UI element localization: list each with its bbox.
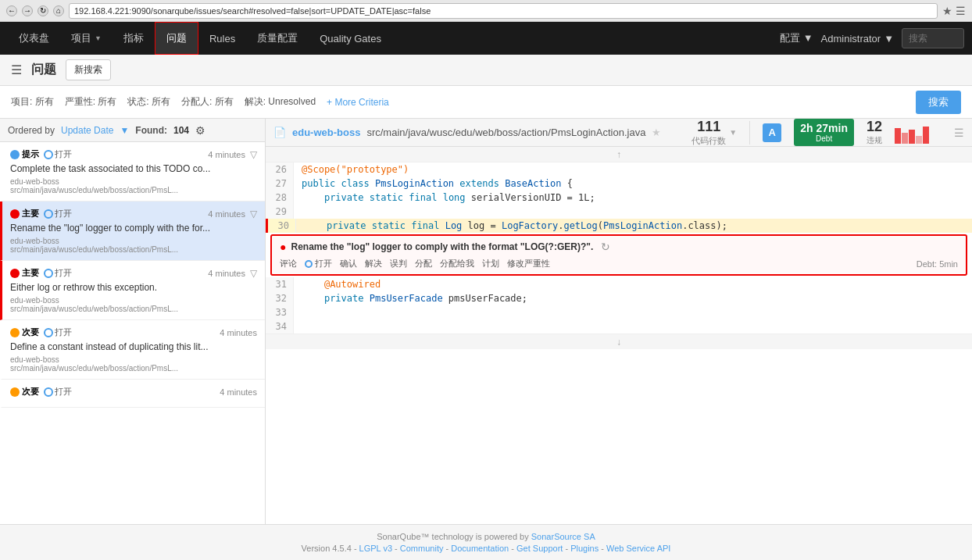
open-circle-icon [44, 150, 53, 159]
code-line-27: 27 public class PmsLoginAction extends B… [266, 177, 972, 191]
nav-config-icon[interactable]: 配置 ▼ [780, 31, 813, 45]
web-service-link[interactable]: Web Service API [606, 544, 670, 553]
project-avatar: A [763, 123, 781, 142]
nav-rules[interactable]: Rules [198, 22, 246, 55]
filter-bar: 项目: 所有 严重性: 所有 状态: 所有 分配人: 所有 解决: Unreso… [0, 86, 972, 119]
filter-severity[interactable]: 严重性: 所有 [65, 95, 117, 109]
severity-badge: 次要 [10, 386, 39, 398]
expand-down-button[interactable]: ↓ [266, 334, 972, 349]
issue-time: 4 minutes [208, 209, 245, 219]
file-header: 📄 edu-web-boss src/main/java/wusc/edu/we… [266, 119, 972, 147]
chart-menu-icon[interactable]: ☰ [954, 127, 964, 139]
nav-metrics[interactable]: 指标 [113, 22, 155, 55]
comment-link[interactable]: 评论 [280, 258, 297, 269]
inline-issue-actions: 评论 打开 确认 解决 误判 分配 分配给我 计划 修改严重性 Debt: 5m… [280, 258, 958, 269]
severity-badge: 次要 [10, 326, 39, 338]
back-button[interactable]: ← [6, 5, 17, 16]
code-line-26: 26 @Scope("prototype") [266, 162, 972, 177]
issue-item[interactable]: 主要 打开 4 minutes ▽ Either log or rethrow … [0, 261, 265, 320]
file-bookmark-icon[interactable]: ★ [652, 127, 661, 138]
bulk-settings-icon[interactable]: ⚙ [195, 124, 205, 137]
community-link[interactable]: Community [400, 544, 444, 553]
line-number: 30 [268, 219, 296, 233]
lines-dropdown-icon[interactable]: ▼ [729, 128, 737, 137]
open-label: 打开 [55, 148, 72, 160]
line-number: 34 [266, 319, 294, 334]
refresh-button[interactable]: ↻ [38, 5, 48, 16]
filter-status[interactable]: 状态: 所有 [127, 95, 170, 109]
issue-item[interactable]: 次要 打开 4 minutes Define a constant instea… [0, 320, 265, 380]
filter-project[interactable]: 项目: 所有 [11, 95, 54, 109]
severity-icon [10, 269, 20, 278]
documentation-link[interactable]: Documentation [451, 544, 509, 553]
severity-icon [10, 328, 20, 337]
nav-admin[interactable]: Administrator ▼ [821, 33, 894, 45]
sort-label[interactable]: Update Date [61, 125, 113, 136]
issue-item[interactable]: 次要 打开 4 minutes [0, 380, 265, 408]
confirm-link[interactable]: 确认 [340, 258, 357, 269]
footer-line2: Version 4.5.4 - LGPL v3 - Community - Do… [302, 544, 671, 553]
left-panel: Ordered by Update Date ▼ Found: 104 ⚙ 提示… [0, 119, 266, 524]
get-support-link[interactable]: Get Support [516, 544, 563, 553]
nav-dashboard[interactable]: 仪表盘 [8, 22, 60, 55]
lines-meta: 111 代码行数 [691, 119, 726, 147]
issue-item[interactable]: 提示 打开 4 minutes ▽ Complete the task asso… [0, 142, 265, 202]
bookmark-icon[interactable]: ▽ [250, 149, 257, 160]
plugins-link[interactable]: Plugins [570, 544, 599, 553]
violations-value: 12 [867, 119, 882, 135]
nav-quality-config[interactable]: 质量配置 [246, 22, 309, 55]
lines-value: 111 [697, 119, 720, 135]
issue-description: Complete the task associated to this TOD… [10, 163, 257, 174]
filter-resolution[interactable]: 解决: Unresolved [245, 95, 316, 109]
line-code: private static final long serialVersionU… [294, 191, 972, 205]
nav-issues[interactable]: 问题 [155, 22, 198, 55]
found-label: Found: [135, 125, 167, 136]
home-button[interactable]: ⌂ [53, 5, 64, 16]
open-badge: 打开 [44, 267, 72, 279]
code-line-34: 34 [266, 319, 972, 334]
resolve-link[interactable]: 解决 [365, 258, 382, 269]
settings-icon[interactable]: ☰ [956, 5, 966, 17]
debt-label: Debt [816, 134, 832, 143]
code-line-28: 28 private static final long serialVersi… [266, 191, 972, 205]
file-meta: 111 代码行数 ▼ A 2h 27min Debt 12 违规 [691, 119, 964, 147]
severity-badge: 主要 [10, 267, 39, 279]
code-line-32: 32 private PmsUserFacade pmsUserFacade; [266, 291, 972, 305]
filter-more[interactable]: + More Criteria [327, 97, 389, 108]
open-circle-icon [44, 269, 53, 278]
file-project-link[interactable]: edu-web-boss [292, 127, 360, 138]
forward-button[interactable]: → [22, 5, 33, 16]
expand-up-button[interactable]: ↑ [266, 147, 972, 162]
menu-icon[interactable]: ☰ [11, 62, 22, 77]
line-code: @Autowired [294, 277, 972, 291]
severity-icon [10, 387, 20, 397]
url-bar[interactable] [69, 3, 938, 19]
page-title: 问题 [31, 62, 56, 78]
assign-link[interactable]: 分配 [415, 258, 432, 269]
false-positive-link[interactable]: 误判 [390, 258, 407, 269]
found-count: 104 [173, 125, 189, 136]
nav-projects[interactable]: 项目 ▼ [60, 22, 113, 55]
status-link[interactable]: 打开 [305, 258, 332, 269]
sonar-source-link[interactable]: SonarSource SA [531, 532, 595, 541]
bookmark-icon[interactable]: ▽ [250, 209, 257, 219]
bookmark-icon[interactable]: ▽ [250, 268, 257, 279]
nav-search-input[interactable] [902, 28, 964, 48]
filter-assignee[interactable]: 分配人: 所有 [181, 95, 234, 109]
severity-link[interactable]: 修改严重性 [507, 258, 550, 269]
line-code [294, 305, 972, 319]
new-search-button[interactable]: 新搜索 [66, 59, 111, 80]
browser-bar: ← → ↻ ⌂ ★ ☰ [0, 0, 972, 22]
plan-link[interactable]: 计划 [482, 258, 499, 269]
ordered-by-label: Ordered by [8, 125, 55, 136]
open-circle-icon [44, 387, 53, 397]
nav-quality-gates[interactable]: Quality Gates [309, 22, 392, 55]
inline-expand-icon[interactable]: ↻ [601, 241, 610, 253]
assign-to-me-link[interactable]: 分配给我 [440, 258, 474, 269]
open-label: 打开 [55, 326, 72, 338]
issue-item[interactable]: 主要 打开 4 minutes ▽ Rename the "log" logge… [0, 202, 265, 261]
open-badge: 打开 [44, 208, 72, 219]
lgpl-link[interactable]: LGPL v3 [359, 544, 392, 553]
search-button[interactable]: 搜索 [916, 91, 961, 114]
severity-label: 主要 [22, 267, 39, 279]
